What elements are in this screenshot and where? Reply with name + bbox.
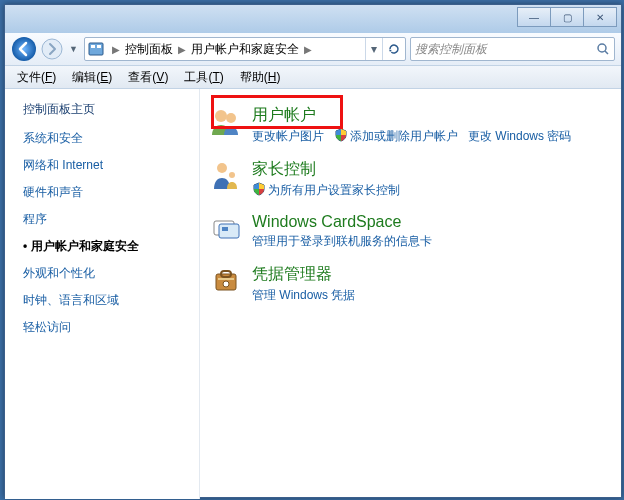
category-links: 管理 Windows 凭据: [252, 287, 611, 304]
svg-line-6: [605, 51, 608, 54]
sidebar-item[interactable]: 程序: [17, 207, 187, 232]
task-link[interactable]: 为所有用户设置家长控制: [252, 182, 400, 199]
address-dropdown[interactable]: ▾: [365, 38, 382, 60]
menu-h[interactable]: 帮助(H): [232, 67, 289, 88]
svg-rect-15: [218, 278, 234, 280]
category-title[interactable]: 家长控制: [252, 159, 611, 180]
search-placeholder: 搜索控制面板: [415, 41, 487, 58]
task-link[interactable]: 添加或删除用户帐户: [334, 128, 458, 145]
chevron-right-icon: ▶: [303, 44, 313, 55]
cardspace-icon: [210, 213, 242, 245]
category-title[interactable]: 用户帐户: [252, 105, 611, 126]
category-parental: 家长控制为所有用户设置家长控制: [210, 159, 611, 199]
task-link[interactable]: 管理 Windows 凭据: [252, 287, 355, 304]
breadcrumb-item[interactable]: 控制面板: [121, 41, 177, 58]
svg-point-7: [215, 110, 227, 122]
refresh-button[interactable]: [382, 38, 405, 60]
sidebar-item[interactable]: 外观和个性化: [17, 261, 187, 286]
sidebar-header[interactable]: 控制面板主页: [23, 101, 187, 118]
category-user-accounts: 用户帐户更改帐户图片添加或删除用户帐户更改 Windows 密码: [210, 105, 611, 145]
minimize-button[interactable]: —: [517, 7, 551, 27]
menu-f[interactable]: 文件(F): [9, 67, 64, 88]
sidebar-item[interactable]: 硬件和声音: [17, 180, 187, 205]
category-links: 管理用于登录到联机服务的信息卡: [252, 233, 611, 250]
category-title[interactable]: Windows CardSpace: [252, 213, 611, 231]
forward-button[interactable]: [41, 38, 63, 60]
category-cardspace: Windows CardSpace管理用于登录到联机服务的信息卡: [210, 213, 611, 250]
svg-rect-3: [91, 45, 95, 48]
forward-arrow-icon: [41, 38, 63, 60]
nav-history-dropdown[interactable]: ▼: [69, 44, 78, 54]
sidebar: 控制面板主页 系统和安全网络和 Internet硬件和声音程序用户帐户和家庭安全…: [5, 89, 200, 499]
breadcrumb-item[interactable]: 用户帐户和家庭安全: [187, 41, 303, 58]
task-link[interactable]: 更改帐户图片: [252, 128, 324, 145]
category-links: 更改帐户图片添加或删除用户帐户更改 Windows 密码: [252, 128, 611, 145]
parental-icon: [210, 159, 242, 191]
back-arrow-icon: [11, 36, 37, 62]
svg-point-8: [226, 113, 236, 123]
sidebar-item[interactable]: 系统和安全: [17, 126, 187, 151]
category-title[interactable]: 凭据管理器: [252, 264, 611, 285]
category-credentials: 凭据管理器管理 Windows 凭据: [210, 264, 611, 304]
sidebar-item[interactable]: 用户帐户和家庭安全: [17, 234, 187, 259]
user-accounts-icon: [210, 105, 242, 137]
breadcrumb: ▶ 控制面板 ▶ 用户帐户和家庭安全 ▶: [107, 41, 365, 58]
svg-point-5: [598, 44, 606, 52]
svg-point-9: [217, 163, 227, 173]
close-button[interactable]: ✕: [584, 7, 617, 27]
back-button[interactable]: [11, 36, 37, 62]
content-pane: 用户帐户更改帐户图片添加或删除用户帐户更改 Windows 密码家长控制为所有用…: [200, 89, 621, 499]
svg-point-16: [223, 281, 229, 287]
address-bar[interactable]: ▶ 控制面板 ▶ 用户帐户和家庭安全 ▶ ▾: [84, 37, 406, 61]
chevron-right-icon: ▶: [111, 44, 121, 55]
nav-toolbar: ▼ ▶ 控制面板 ▶ 用户帐户和家庭安全 ▶ ▾ 搜索控制面板: [5, 33, 621, 66]
task-link[interactable]: 更改 Windows 密码: [468, 128, 571, 145]
task-link[interactable]: 管理用于登录到联机服务的信息卡: [252, 233, 432, 250]
svg-point-0: [12, 37, 36, 61]
menu-e[interactable]: 编辑(E): [64, 67, 120, 88]
title-bar[interactable]: — ▢ ✕: [5, 5, 621, 33]
search-icon: [596, 42, 610, 56]
category-links: 为所有用户设置家长控制: [252, 182, 611, 199]
window-controls: — ▢ ✕: [517, 7, 617, 27]
menu-v[interactable]: 查看(V): [120, 67, 176, 88]
svg-point-10: [229, 172, 235, 178]
sidebar-item[interactable]: 时钟、语言和区域: [17, 288, 187, 313]
svg-rect-4: [97, 45, 101, 48]
control-panel-window: — ▢ ✕ ▼ ▶ 控制面板: [4, 4, 622, 498]
maximize-button[interactable]: ▢: [551, 7, 584, 27]
search-input[interactable]: 搜索控制面板: [410, 37, 615, 61]
svg-rect-13: [222, 227, 228, 231]
refresh-icon: [387, 42, 401, 56]
control-panel-icon: [87, 40, 105, 58]
credentials-icon: [210, 264, 242, 296]
menu-bar: 文件(F)编辑(E)查看(V)工具(T)帮助(H): [5, 66, 621, 89]
chevron-right-icon: ▶: [177, 44, 187, 55]
sidebar-item[interactable]: 网络和 Internet: [17, 153, 187, 178]
svg-rect-2: [89, 43, 103, 55]
sidebar-item[interactable]: 轻松访问: [17, 315, 187, 340]
svg-point-1: [42, 39, 62, 59]
menu-t[interactable]: 工具(T): [176, 67, 231, 88]
